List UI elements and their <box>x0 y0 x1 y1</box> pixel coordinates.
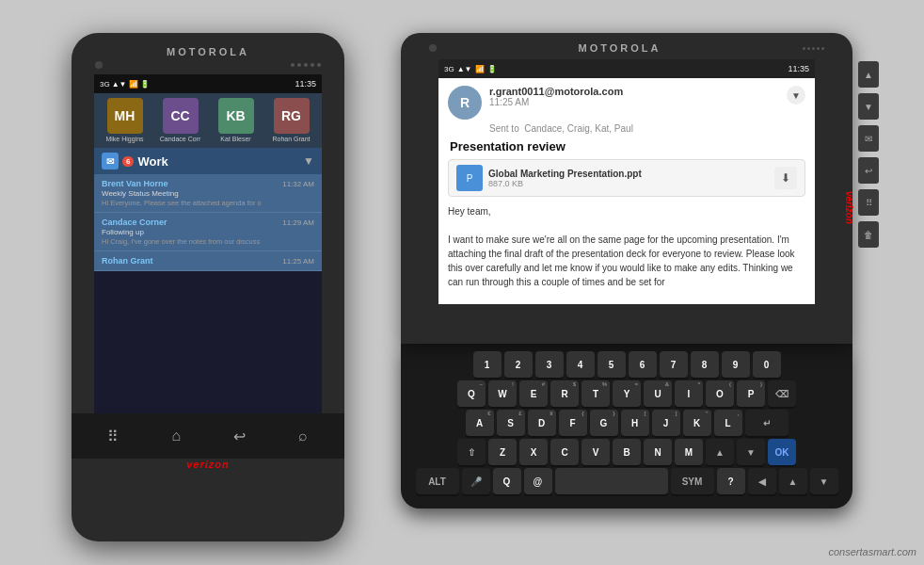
key-at[interactable]: @ <box>524 468 552 494</box>
email-widget: ✉ 6 Work ▼ Brent Van Horne 11:32 AM Week… <box>94 148 322 271</box>
key-a[interactable]: €A <box>466 410 494 436</box>
left-status-bar: 3G▲▼📶🔋 11:35 <box>94 74 322 93</box>
email-badge: 6 <box>122 156 134 167</box>
key-2[interactable]: 2 <box>504 351 533 378</box>
avatar-candace[interactable]: CC Candace Corr <box>154 98 207 143</box>
key-mic[interactable]: 🎤 <box>462 468 490 494</box>
key-n[interactable]: N <box>644 439 672 465</box>
key-backspace[interactable]: ⌫ <box>768 380 796 407</box>
key-row-zxcv: ⇧ Z X C V B N M ▲ ▼ OK <box>406 439 847 465</box>
key-q2[interactable]: Q <box>493 468 521 494</box>
key-o[interactable]: (O <box>706 380 734 407</box>
avatar-kat[interactable]: KB Kat Bleser <box>210 98 263 143</box>
key-t[interactable]: %T <box>581 380 610 407</box>
email-to-recipients: Candace, Craig, Kat, Paul <box>524 123 633 134</box>
email-expand-button[interactable]: ▼ <box>787 86 805 105</box>
key-m[interactable]: M <box>675 439 703 465</box>
attachment-size: 887.0 KB <box>488 179 769 188</box>
key-r[interactable]: $R <box>550 380 579 407</box>
key-j[interactable]: ]J <box>652 410 680 436</box>
key-1[interactable]: 1 <box>473 351 502 378</box>
nav-search[interactable]: ⌕ <box>288 421 318 451</box>
email-subject-2: Following up <box>102 228 314 236</box>
key-alt[interactable]: ALT <box>416 468 459 494</box>
key-down2[interactable]: ▼ <box>810 468 838 494</box>
email-icon: ✉ <box>102 153 119 170</box>
key-h[interactable]: [H <box>621 410 649 436</box>
side-btn-trash[interactable]: 🗑 <box>858 221 879 248</box>
key-sym[interactable]: SYM <box>671 468 714 494</box>
key-w[interactable]: !W <box>488 380 517 407</box>
key-y[interactable]: =Y <box>613 380 641 407</box>
side-buttons: ▲ ▼ ✉ ↩ ⠿ 🗑 <box>858 61 879 248</box>
side-btn-mail[interactable]: ✉ <box>858 125 879 152</box>
left-top-bar <box>95 61 321 69</box>
key-i[interactable]: *I <box>675 380 703 407</box>
email-item-2[interactable]: Candace Corner 11:29 AM Following up Hi … <box>94 213 322 251</box>
side-btn-up[interactable]: ▲ <box>858 61 879 88</box>
key-g[interactable]: }G <box>590 410 618 436</box>
email-view: R r.grant0011@motorola.com 11:25 AM ▼ Se… <box>438 78 815 297</box>
key-4[interactable]: 4 <box>566 351 595 378</box>
left-screen: 3G▲▼📶🔋 11:35 MH Mike Higgins CC Candace … <box>94 74 322 413</box>
email-from-row: R r.grant0011@motorola.com 11:25 AM ▼ <box>448 86 805 120</box>
key-d[interactable]: ¥D <box>528 410 556 436</box>
nav-home[interactable]: ⌂ <box>161 421 191 451</box>
key-p[interactable]: )P <box>737 380 765 407</box>
key-x[interactable]: X <box>519 439 548 465</box>
email-to-label: Sent to <box>489 123 519 134</box>
key-shift[interactable]: ⇧ <box>457 439 486 465</box>
key-3[interactable]: 3 <box>535 351 564 378</box>
key-s[interactable]: £S <box>497 410 525 436</box>
key-left[interactable]: ◀ <box>748 468 776 494</box>
right-top-bar: MOTOROLA <box>429 33 824 54</box>
side-btn-down[interactable]: ▼ <box>858 93 879 120</box>
bottom-nav: ⠿ ⌂ ↩ ⌕ <box>72 413 344 459</box>
left-camera <box>95 61 103 69</box>
key-enter[interactable]: ↵ <box>745 410 789 436</box>
key-b[interactable]: B <box>613 439 641 465</box>
side-btn-grid[interactable]: ⠿ <box>858 189 879 216</box>
email-time-1: 11:32 AM <box>282 180 314 188</box>
key-7[interactable]: 7 <box>660 351 688 378</box>
key-ok[interactable]: OK <box>768 439 796 465</box>
key-k[interactable]: "K <box>683 410 711 436</box>
key-space[interactable] <box>555 468 668 494</box>
side-btn-back[interactable]: ↩ <box>858 157 879 184</box>
key-0[interactable]: 0 <box>753 351 781 378</box>
email-widget-header[interactable]: ✉ 6 Work ▼ <box>94 148 322 174</box>
download-button[interactable]: ⬇ <box>774 167 797 189</box>
right-phone-body: MOTOROLA 3G▲▼📶🔋 11:35 R <box>401 33 852 344</box>
email-time-3: 11:25 AM <box>282 257 314 266</box>
key-f[interactable]: {F <box>559 410 587 436</box>
key-8[interactable]: 8 <box>691 351 719 378</box>
key-6[interactable]: 6 <box>629 351 657 378</box>
key-q[interactable]: ~Q <box>457 380 486 407</box>
email-item-1[interactable]: Brent Van Horne 11:32 AM Weekly Status M… <box>94 174 322 213</box>
key-v[interactable]: V <box>581 439 610 465</box>
email-subject-heading: Presentation review <box>448 139 805 153</box>
avatar-mike[interactable]: MH Mike Higgins <box>99 98 151 143</box>
email-item-3[interactable]: Rohan Grant 11:25 AM <box>94 251 322 271</box>
keyboard: 1 2 3 4 5 6 7 8 9 0 ~Q !W #E $R %T =Y &U… <box>401 344 852 508</box>
key-down[interactable]: ▼ <box>737 439 765 465</box>
key-up2[interactable]: ▲ <box>779 468 807 494</box>
nav-back[interactable]: ↩ <box>225 421 255 451</box>
expand-icon[interactable]: ▼ <box>303 154 314 168</box>
key-up[interactable]: ▲ <box>706 439 734 465</box>
nav-apps[interactable]: ⠿ <box>98 421 128 451</box>
key-9[interactable]: 9 <box>722 351 750 378</box>
attachment-row[interactable]: P Global Marketing Presentation.ppt 887.… <box>448 159 805 197</box>
key-question[interactable]: ? <box>717 468 745 494</box>
key-5[interactable]: 5 <box>597 351 626 378</box>
key-u[interactable]: &U <box>644 380 672 407</box>
key-z[interactable]: Z <box>488 439 517 465</box>
email-to-row: Sent to Candace, Craig, Kat, Paul <box>448 123 805 134</box>
key-c[interactable]: C <box>550 439 579 465</box>
right-screen: 3G▲▼📶🔋 11:35 R r.grant0011@motorola.com … <box>438 59 815 304</box>
avatar-rohan[interactable]: RG Rohan Grant <box>265 98 318 143</box>
key-l[interactable]: ,L <box>714 410 742 436</box>
key-e[interactable]: #E <box>519 380 548 407</box>
right-status-bar: 3G▲▼📶🔋 11:35 <box>438 59 815 78</box>
watermark: consertasmart.com <box>828 546 916 557</box>
